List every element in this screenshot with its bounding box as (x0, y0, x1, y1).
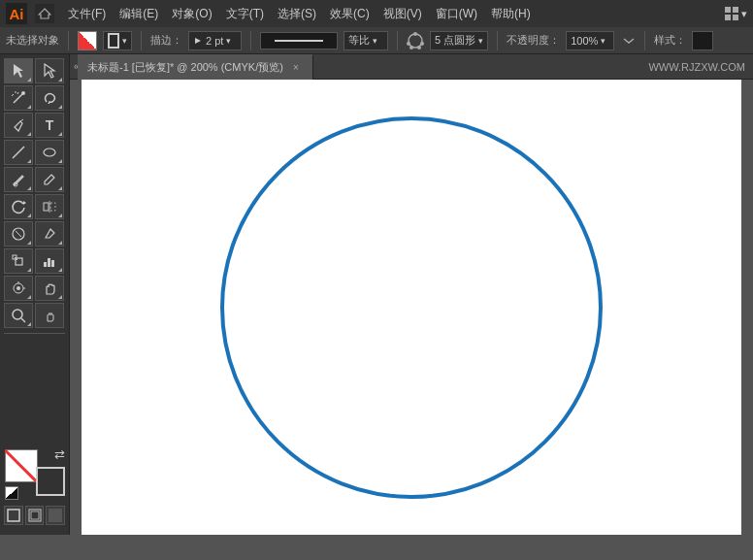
home-icon[interactable] (35, 4, 54, 23)
svg-point-6 (409, 34, 422, 48)
svg-point-8 (420, 42, 424, 46)
svg-rect-34 (48, 258, 50, 267)
document-tab[interactable]: 未标题-1 [已恢复]* @ 200% (CMYK/预览) × (78, 54, 313, 80)
hand-scroll-tool[interactable] (35, 303, 64, 328)
reset-colors-icon[interactable] (5, 486, 18, 500)
menu-view[interactable]: 视图(V) (377, 4, 428, 24)
bottom-tools: ⇄ (4, 442, 65, 531)
style-preview[interactable] (692, 31, 713, 50)
svg-line-19 (20, 119, 23, 121)
warp-tool[interactable] (4, 221, 33, 247)
no-selection-label: 未选择对象 (6, 33, 59, 48)
reflect-tool[interactable] (35, 194, 64, 219)
watermark: WWW.RJZXW.COM (648, 61, 753, 73)
mode-row (4, 506, 65, 525)
rotate-tool[interactable] (4, 194, 33, 219)
menu-edit[interactable]: 编辑(E) (114, 4, 164, 24)
eraser-tool[interactable] (35, 221, 64, 247)
tab-close-button[interactable]: × (289, 60, 303, 74)
presentation-mode-btn[interactable] (46, 506, 65, 525)
svg-line-14 (14, 94, 22, 103)
stroke-fill-dropdown[interactable] (103, 31, 132, 50)
svg-point-15 (21, 91, 25, 95)
svg-rect-25 (44, 203, 49, 211)
fullscreen-mode-btn[interactable] (25, 506, 45, 525)
hand-tool[interactable] (35, 276, 64, 301)
zoom-tool[interactable] (4, 303, 33, 328)
svg-point-10 (409, 46, 413, 49)
svg-rect-44 (8, 510, 19, 521)
menu-help[interactable]: 帮助(H) (485, 4, 537, 24)
direct-select-tool[interactable] (35, 58, 64, 83)
svg-point-48 (222, 118, 601, 497)
tab-title: 未标题-1 [已恢复]* @ 200% (CMYK/预览) (87, 60, 283, 75)
select-tool[interactable] (4, 58, 33, 83)
workspace-switcher[interactable]: ▾ (724, 6, 747, 21)
menu-text[interactable]: 文字(T) (220, 4, 270, 24)
tool-row-9 (4, 276, 65, 301)
tool-row-10 (4, 303, 65, 328)
tab-bar: « 未标题-1 [已恢复]* @ 200% (CMYK/预览) × WWW.RJ… (70, 54, 753, 80)
tool-row-2 (4, 85, 65, 111)
svg-point-11 (407, 42, 410, 46)
svg-rect-26 (50, 203, 55, 211)
svg-line-29 (16, 231, 21, 237)
fill-stroke-box[interactable] (5, 449, 38, 482)
points-icon (407, 32, 424, 49)
paintbrush-tool[interactable] (4, 167, 33, 192)
svg-marker-12 (14, 64, 23, 78)
svg-rect-33 (44, 262, 47, 267)
stroke-dropdown[interactable]: 2 pt (188, 31, 242, 50)
opacity-dropdown[interactable]: 100% (566, 31, 614, 50)
options-bar: 未选择对象 描边： 2 pt 等比 5 点圆形 不透明度： 100% 样式： (0, 27, 753, 54)
line-style-preview[interactable] (260, 32, 338, 49)
line-tool[interactable] (4, 140, 33, 165)
separator-2 (141, 31, 142, 50)
swap-colors-icon[interactable]: ⇄ (54, 447, 65, 462)
normal-mode-btn[interactable] (4, 506, 23, 525)
svg-line-16 (12, 94, 14, 96)
chart-tool[interactable] (35, 248, 64, 274)
separator-3 (250, 31, 251, 50)
menu-bar: 文件(F) 编辑(E) 对象(O) 文字(T) 选择(S) 效果(C) 视图(V… (62, 4, 716, 24)
opacity-arrow[interactable] (622, 34, 636, 48)
svg-marker-0 (39, 9, 50, 18)
scale-tool[interactable] (4, 248, 33, 274)
type-tool[interactable]: T (35, 113, 64, 138)
separator-1 (68, 31, 69, 50)
svg-marker-13 (45, 64, 54, 78)
menu-select[interactable]: 选择(S) (272, 4, 322, 24)
artboard (82, 80, 741, 535)
symbol-tool[interactable] (4, 276, 33, 301)
circle-drawing (82, 80, 741, 535)
canvas-wrapper[interactable] (70, 80, 753, 535)
separator-4 (397, 31, 398, 50)
menu-object[interactable]: 对象(O) (166, 4, 217, 24)
svg-line-20 (13, 147, 24, 158)
points-dropdown[interactable]: 5 点圆形 (430, 31, 488, 50)
tool-row-7 (4, 221, 65, 247)
tool-row-8 (4, 248, 65, 274)
ellipse-tool[interactable] (35, 140, 64, 165)
lasso-tool[interactable] (35, 85, 64, 111)
fill-color-box[interactable] (78, 31, 97, 50)
svg-rect-35 (51, 260, 54, 267)
panel-toggle[interactable]: « (70, 54, 78, 80)
svg-point-9 (417, 46, 421, 49)
svg-rect-3 (725, 15, 731, 20)
tool-row-6 (4, 194, 65, 219)
menu-effect[interactable]: 效果(C) (324, 4, 376, 24)
left-toolbar: T (0, 54, 70, 535)
pen-tool[interactable] (4, 113, 33, 138)
style-label: 样式： (654, 33, 686, 48)
svg-line-23 (51, 175, 54, 178)
menu-file[interactable]: 文件(F) (62, 4, 112, 24)
menu-window[interactable]: 窗口(W) (430, 4, 483, 24)
pencil-tool[interactable] (35, 167, 64, 192)
canvas-area: « 未标题-1 [已恢复]* @ 200% (CMYK/预览) × WWW.RJ… (70, 54, 753, 535)
magic-wand-tool[interactable] (4, 85, 33, 111)
line-style-dropdown[interactable]: 等比 (344, 31, 388, 50)
svg-rect-2 (733, 7, 738, 13)
stroke-indicator[interactable] (36, 467, 65, 496)
svg-rect-4 (733, 15, 738, 20)
